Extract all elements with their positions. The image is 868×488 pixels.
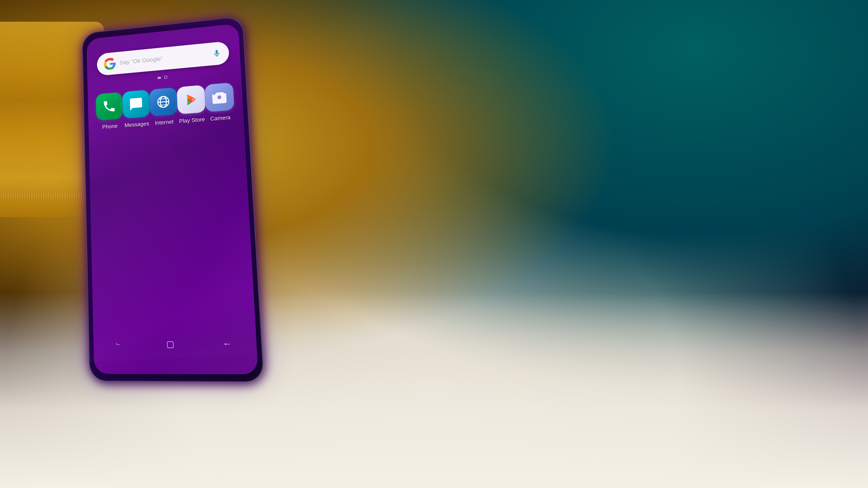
- app-camera[interactable]: Camera: [205, 83, 235, 123]
- internet-app-label: Internet: [155, 119, 174, 126]
- google-logo: [104, 57, 116, 70]
- camera-app-label: Camera: [210, 114, 231, 122]
- messages-icon: [129, 96, 144, 112]
- microphone-icon: [212, 49, 222, 58]
- phone-app-icon[interactable]: [96, 92, 123, 121]
- page-indicator: [158, 76, 167, 80]
- playstore-app-icon[interactable]: [177, 85, 206, 114]
- home-dot-indicator: [164, 76, 167, 79]
- playstore-app-label: Play Store: [179, 116, 205, 124]
- app-internet[interactable]: Internet: [149, 87, 178, 127]
- nav-dot-1: [158, 77, 161, 79]
- app-playstore[interactable]: Play Store: [177, 85, 206, 125]
- app-phone[interactable]: Phone: [96, 92, 123, 131]
- camera-icon: [211, 89, 227, 105]
- internet-app-icon[interactable]: [149, 87, 178, 116]
- phone-screen: Say "Ok Google": [86, 24, 258, 374]
- apps-row: Phone Messages: [96, 83, 235, 131]
- svg-line-2: [158, 101, 169, 102]
- app-messages[interactable]: Messages: [122, 90, 151, 129]
- messages-app-icon[interactable]: [122, 90, 150, 119]
- phone-wrapper: Say "Ok Google": [82, 16, 264, 382]
- messages-app-label: Messages: [124, 120, 149, 128]
- search-placeholder-text: Say "Ok Google": [116, 51, 212, 66]
- camera-app-icon[interactable]: [205, 83, 234, 112]
- phone-body: Say "Ok Google": [82, 16, 264, 382]
- phone-icon: [102, 98, 117, 114]
- phone-app-label: Phone: [102, 123, 118, 130]
- screen-shimmer: [86, 24, 258, 374]
- playstore-icon: [183, 92, 199, 108]
- google-search-bar[interactable]: Say "Ok Google": [97, 41, 229, 76]
- internet-globe-icon: [156, 94, 171, 110]
